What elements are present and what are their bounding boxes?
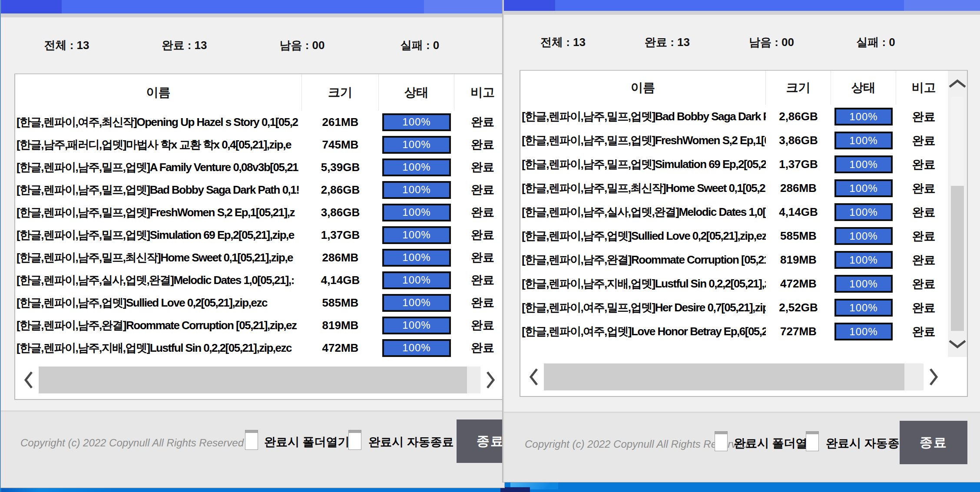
table-row[interactable]: [한글,렌파이,남주,밀프,업뎃]FreshWomen S,2 Ep,1[05,… [520, 129, 967, 152]
table-header: 이름 크기 상태 비고 [15, 74, 504, 111]
table-row[interactable]: [한글,렌파이,남주,밀프,업뎃]FreshWomen S,2 Ep,1[05,… [15, 201, 504, 224]
file-size: 261MB [302, 116, 379, 129]
column-header-status[interactable]: 상태 [379, 74, 454, 111]
stat-remaining: 남음 : 00 [719, 35, 824, 50]
close-button[interactable]: 종료 [900, 421, 967, 464]
progress-cell: 100% [379, 294, 454, 312]
stat-total: 전체 : 13 [511, 35, 615, 50]
progress-cell: 100% [831, 227, 896, 245]
auto-exit-label: 완료시 자동종료 [368, 434, 454, 450]
progress-cell: 100% [379, 249, 454, 267]
status-label: 완료 [454, 114, 504, 130]
status-label: 완료 [454, 295, 504, 310]
progress-cell: 100% [831, 203, 896, 221]
table-row[interactable]: [한글,렌파이,남주,실사,업뎃,완결]Melodic Dates 1,0[05… [15, 269, 504, 291]
table-row[interactable]: [한글,렌파이,남주,완결]Roommate Corruption [05,21… [520, 248, 967, 272]
file-name: [한글,렌파이,남주,밀프,업뎃]FreshWomen S,2 Ep,1[05,… [520, 133, 766, 148]
column-header-note[interactable]: 비고 [896, 71, 951, 105]
table-row[interactable]: [한글,렌파이,남주,밀프,최신작]Home Sweet 0,1[05,21],… [15, 246, 504, 269]
progress-value: 100% [849, 230, 877, 242]
scroll-down-icon[interactable] [948, 331, 967, 357]
table-row[interactable]: [한글,렌파이,남주,밀프,업뎃]Bad Bobby Saga Dark Pat… [15, 178, 504, 201]
progress-bar: 100% [382, 113, 451, 131]
auto-exit-label: 완료시 자동종료 [826, 436, 911, 451]
progress-cell: 100% [379, 339, 454, 357]
file-name: [한글,렌파이,여주,밀프,업뎃]Her Desire 0,7[05,21],z… [520, 300, 766, 315]
scrollbar-track[interactable] [544, 363, 924, 390]
table-row[interactable]: [한글,렌파이,여주,밀프,업뎃]Her Desire 0,7[05,21],z… [520, 296, 967, 320]
file-size: 745MB [302, 138, 379, 152]
table-row[interactable]: [한글,렌파이,남주,밀프,업뎃]Simulation 69 Ep,2[05,2… [520, 152, 967, 176]
table-row[interactable]: [한글,렌파이,남주,밀프,업뎃]Simulation 69 Ep,2[05,2… [15, 224, 504, 246]
scrollbar-track[interactable] [39, 367, 480, 393]
scroll-left-icon[interactable] [526, 367, 541, 387]
column-header-name[interactable]: 이름 [520, 71, 766, 105]
progress-value: 100% [402, 139, 430, 151]
progress-value: 100% [402, 206, 430, 218]
progress-value: 100% [402, 297, 430, 309]
titlebar[interactable] [1, 0, 504, 13]
status-label: 완료 [896, 205, 951, 220]
table-row[interactable]: [한글,렌파이,남주,완결]Roommate Corruption [05,21… [15, 314, 504, 337]
scrollbar-thumb[interactable] [544, 363, 904, 390]
table-row[interactable]: [한글,렌파이,남주,실사,업뎃,완결]Melodic Dates 1,0[05… [520, 200, 967, 224]
progress-bar: 100% [382, 317, 451, 334]
stat-failed: 실패 : 0 [361, 38, 479, 53]
table-row[interactable]: [한글,남주,패러디,업뎃]마법사 학x 교환 학x 0,4[05,21],zi… [15, 133, 504, 156]
table-row[interactable]: [한글,렌파이,남주,밀프,업뎃]Bad Bobby Saga Dark Pat… [520, 105, 967, 129]
progress-bar: 100% [382, 204, 451, 221]
desktop-background: 전체 : 13 완료 : 13 남음 : 00 실패 : 0 이름 크기 상태 … [0, 0, 980, 492]
table-row[interactable]: [한글,렌파이,남주,밀프,업뎃]A Family Venture 0,08v3… [15, 156, 504, 178]
titlebar[interactable] [504, 0, 980, 11]
scroll-right-icon[interactable] [483, 370, 498, 390]
open-folder-checkbox[interactable] [245, 430, 258, 450]
stat-total: 전체 : 13 [8, 38, 126, 53]
table-header: 이름 크기 상태 비고 [520, 71, 967, 105]
progress-bar: 100% [834, 299, 893, 317]
scroll-left-icon[interactable] [21, 370, 36, 390]
column-header-size[interactable]: 크기 [766, 71, 831, 105]
column-header-status[interactable]: 상태 [831, 71, 896, 105]
table-row[interactable]: [한글,렌파이,남주,밀프,최신작]Home Sweet 0,1[05,21],… [520, 176, 967, 200]
progress-bar: 100% [834, 155, 893, 173]
status-label: 완료 [896, 181, 951, 196]
column-header-name[interactable]: 이름 [15, 74, 302, 111]
table-row[interactable]: [한글,렌파이,남주,지배,업뎃]Lustful Sin 0,2,2[05,21… [15, 337, 504, 359]
scrollbar-thumb[interactable] [39, 367, 467, 393]
table-row[interactable]: [한글,렌파이,남주,업뎃]Sullied Love 0,2[05,21],zi… [520, 224, 967, 248]
column-header-size[interactable]: 크기 [302, 74, 379, 111]
table-row[interactable]: [한글,렌파이,남주,지배,업뎃]Lustful Sin 0,2,2[05,21… [520, 272, 967, 296]
scroll-right-icon[interactable] [926, 367, 941, 387]
column-header-note[interactable]: 비고 [454, 74, 504, 111]
progress-bar: 100% [834, 227, 893, 245]
open-folder-checkbox[interactable] [715, 431, 728, 451]
status-label: 완료 [896, 276, 951, 292]
file-size: 2,86GB [766, 110, 831, 123]
table-row[interactable]: [한글,렌파이,여주,최신작]Opening Up Hazel s Story … [15, 111, 504, 133]
scrollbar-track[interactable] [951, 97, 964, 331]
table-row[interactable]: [한글,렌파이,여주,업뎃]Love Honor Betray Ep,6[05,… [520, 320, 967, 343]
file-name: [한글,남주,패러디,업뎃]마법사 학x 교환 학x 0,4[05,21],zi… [15, 137, 302, 152]
footer: Copyright (c) 2022 Copynull All Rights R… [1, 410, 504, 488]
table-row[interactable]: [한글,렌파이,남주,업뎃]Sullied Love 0,2[05,21],zi… [15, 291, 504, 314]
file-name: [한글,렌파이,남주,지배,업뎃]Lustful Sin 0,2,2[05,21… [520, 276, 766, 291]
progress-bar: 100% [834, 132, 893, 149]
download-manager-window-1: 전체 : 13 완료 : 13 남음 : 00 실패 : 0 이름 크기 상태 … [1, 0, 504, 488]
horizontal-scrollbar [15, 363, 504, 396]
close-button[interactable]: 종료 [457, 419, 504, 463]
stats-bar: 전체 : 13 완료 : 13 남음 : 00 실패 : 0 [504, 15, 980, 70]
progress-bar: 100% [382, 158, 451, 176]
copyright-text: Copyright (c) 2022 Copynull All Rights R… [20, 437, 244, 449]
progress-bar: 100% [834, 251, 893, 269]
file-size: 727MB [766, 325, 831, 338]
file-name: [한글,렌파이,여주,업뎃]Love Honor Betray Ep,6[05,… [520, 324, 766, 339]
auto-exit-checkbox[interactable] [348, 430, 361, 450]
stat-done: 완료 : 13 [615, 35, 719, 50]
scrollbar-thumb[interactable] [951, 186, 964, 331]
scroll-up-icon[interactable] [948, 71, 967, 97]
status-label: 완료 [454, 227, 504, 243]
auto-exit-checkbox[interactable] [806, 431, 819, 451]
progress-bar: 100% [834, 203, 893, 221]
file-name: [한글,렌파이,남주,실사,업뎃,완결]Melodic Dates 1,0[05… [15, 273, 302, 288]
file-name: [한글,렌파이,남주,밀프,업뎃]A Family Venture 0,08v3… [15, 160, 302, 175]
